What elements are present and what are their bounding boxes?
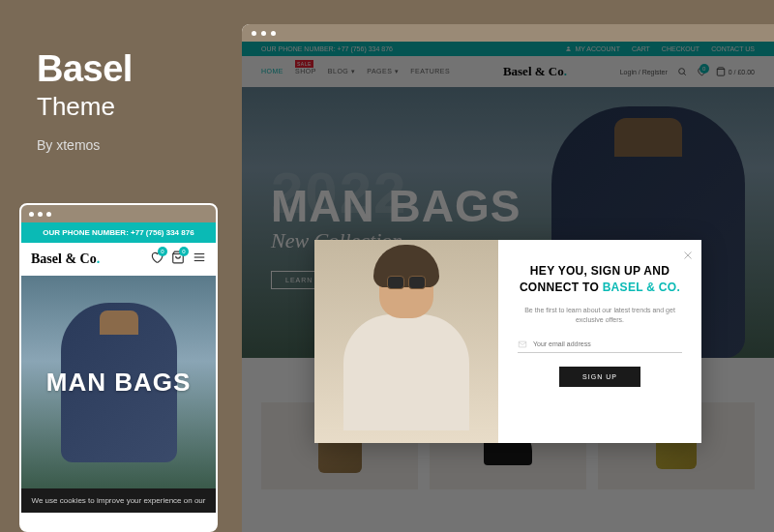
popup-description: Be the first to learn about our latest t… — [518, 306, 682, 326]
email-field[interactable] — [533, 340, 682, 347]
svg-rect-8 — [519, 341, 526, 347]
window-dot-icon — [46, 212, 51, 217]
mobile-window-titlebar — [21, 205, 216, 222]
desktop-preview-frame: OUR PHONE NUMBER: +77 (756) 334 876 MY A… — [242, 24, 774, 532]
wishlist-icon[interactable]: 0 — [150, 251, 164, 268]
mobile-hero-title: MAN BAGS — [46, 368, 192, 398]
desktop-window-titlebar — [242, 24, 774, 42]
menu-icon[interactable] — [193, 251, 206, 268]
email-input-row — [518, 340, 682, 353]
signup-button[interactable]: SIGN UP — [559, 367, 640, 387]
newsletter-popup: HEY YOU, SIGN UP AND CONNECT TO BASEL & … — [314, 240, 701, 443]
theme-info-panel: Basel Theme By xtemos — [37, 48, 230, 153]
mobile-header: Basel & Co. 0 0 — [21, 243, 216, 276]
cart-icon[interactable]: 0 — [171, 251, 185, 268]
window-dot-icon — [261, 31, 266, 36]
popup-title: HEY YOU, SIGN UP AND CONNECT TO BASEL & … — [518, 263, 682, 296]
window-dot-icon — [38, 212, 43, 217]
mobile-preview-frame: OUR PHONE NUMBER: +77 (756) 334 876 Base… — [19, 203, 218, 532]
mobile-announce-bar: OUR PHONE NUMBER: +77 (756) 334 876 — [21, 222, 216, 243]
window-dot-icon — [252, 31, 256, 36]
window-dot-icon — [271, 31, 276, 36]
theme-subtitle: Theme — [37, 92, 230, 122]
window-dot-icon — [29, 212, 34, 217]
mobile-logo[interactable]: Basel & Co. — [31, 251, 100, 267]
mobile-header-icons: 0 0 — [150, 251, 206, 268]
cookie-notice: We use cookies to improve your experienc… — [21, 488, 216, 513]
popup-photo — [314, 240, 498, 443]
cart-badge: 0 — [179, 247, 189, 256]
mobile-hero: MAN BAGS — [21, 276, 216, 488]
wishlist-badge: 0 — [158, 247, 167, 256]
theme-title: Basel — [37, 48, 230, 90]
close-icon[interactable] — [682, 248, 694, 265]
theme-author: By xtemos — [37, 137, 230, 153]
envelope-icon — [518, 340, 527, 349]
